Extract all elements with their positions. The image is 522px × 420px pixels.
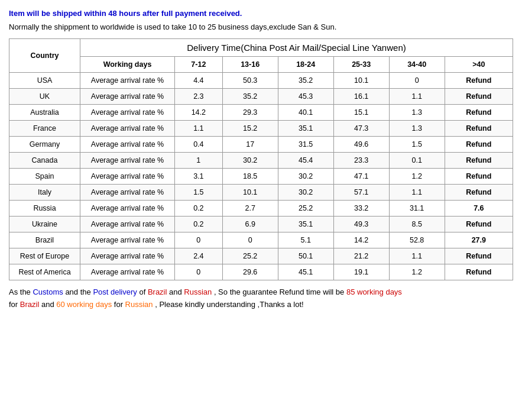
cell-value: 49.6 — [333, 137, 389, 153]
col-header-25-33: 25-33 — [333, 57, 389, 73]
footer-days60: 60 working days — [56, 300, 112, 309]
cell-value: 10.1 — [222, 185, 278, 201]
table-row: FranceAverage arrival rate %1.115.235.14… — [9, 121, 513, 137]
table-row: UKAverage arrival rate %2.335.245.316.11… — [9, 89, 513, 105]
footer-days85: 85 working days — [346, 287, 402, 296]
col-header-7-12: 7-12 — [175, 57, 223, 73]
cell-value: 0.4 — [175, 137, 223, 153]
cell-value: 15.1 — [333, 105, 389, 121]
cell-value: 1.1 — [389, 248, 445, 264]
cell-value: 47.3 — [333, 121, 389, 137]
cell-label: Average arrival rate % — [80, 201, 175, 217]
cell-country: Canada — [9, 153, 80, 169]
col-header-main: Delivery Time(China Post Air Mail/Specia… — [80, 39, 513, 57]
notice-line2: Normally the shippment to worldwide is u… — [9, 22, 513, 31]
col-header-34-40: 34-40 — [389, 57, 445, 73]
footer-part1: As the — [9, 287, 33, 296]
col-header-gt40: >40 — [445, 57, 513, 73]
cell-value: 17 — [222, 137, 278, 153]
cell-value: 45.1 — [278, 264, 333, 280]
cell-value: 18.5 — [222, 169, 278, 185]
table-row: ItalyAverage arrival rate %1.510.130.257… — [9, 185, 513, 201]
cell-value: Refund — [445, 89, 513, 105]
cell-value: 25.2 — [278, 201, 333, 217]
cell-label: Average arrival rate % — [80, 121, 175, 137]
cell-label: Average arrival rate % — [80, 185, 175, 201]
footer-part7: and — [39, 300, 56, 309]
cell-value: Refund — [445, 105, 513, 121]
footer-russian1: Russian — [184, 287, 212, 296]
footer-customs: Customs — [33, 287, 63, 296]
cell-country: Spain — [9, 169, 80, 185]
cell-value: 7.6 — [445, 201, 513, 217]
cell-value: 35.1 — [278, 121, 333, 137]
table-row: Rest of AmericaAverage arrival rate %029… — [9, 264, 513, 280]
cell-label: Average arrival rate % — [80, 248, 175, 264]
cell-value: Refund — [445, 153, 513, 169]
cell-value: 23.3 — [333, 153, 389, 169]
footer-brazil1: Brazil — [148, 287, 167, 296]
cell-value: 57.1 — [333, 185, 389, 201]
cell-value: 4.4 — [175, 73, 223, 89]
cell-value: 0.2 — [175, 201, 223, 217]
cell-value: 19.1 — [333, 264, 389, 280]
cell-value: 0 — [222, 232, 278, 248]
cell-value: 0.2 — [175, 217, 223, 232]
cell-value: 1.1 — [175, 121, 223, 137]
table-row: USAAverage arrival rate %4.450.335.210.1… — [9, 73, 513, 89]
table-row: GermanyAverage arrival rate %0.41731.549… — [9, 137, 513, 153]
cell-label: Average arrival rate % — [80, 217, 175, 232]
cell-value: 47.1 — [333, 169, 389, 185]
cell-value: 6.9 — [222, 217, 278, 232]
cell-value: 50.1 — [278, 248, 333, 264]
cell-value: 30.2 — [278, 185, 333, 201]
cell-value: 31.5 — [278, 137, 333, 153]
cell-label: Average arrival rate % — [80, 153, 175, 169]
cell-value: 25.2 — [222, 248, 278, 264]
footer-part3: of — [137, 287, 148, 296]
cell-country: Rest of America — [9, 264, 80, 280]
cell-value: 2.3 — [175, 89, 223, 105]
cell-value: 40.1 — [278, 105, 333, 121]
cell-value: 1.2 — [389, 169, 445, 185]
cell-value: 14.2 — [175, 105, 223, 121]
cell-value: 1.1 — [389, 89, 445, 105]
cell-value: Refund — [445, 185, 513, 201]
cell-value: 21.2 — [333, 248, 389, 264]
cell-value: Refund — [445, 264, 513, 280]
cell-value: 33.2 — [333, 201, 389, 217]
col-header-country: Country — [9, 39, 80, 73]
cell-value: 15.2 — [222, 121, 278, 137]
cell-value: 31.1 — [389, 201, 445, 217]
cell-value: Refund — [445, 73, 513, 89]
cell-value: 14.2 — [333, 232, 389, 248]
table-row: CanadaAverage arrival rate %130.245.423.… — [9, 153, 513, 169]
cell-value: 5.1 — [278, 232, 333, 248]
cell-value: Refund — [445, 248, 513, 264]
cell-country: Rest of Europe — [9, 248, 80, 264]
cell-label: Average arrival rate % — [80, 264, 175, 280]
table-row: SpainAverage arrival rate %3.118.530.247… — [9, 169, 513, 185]
cell-country: Russia — [9, 201, 80, 217]
cell-country: Brazil — [9, 232, 80, 248]
cell-value: 35.1 — [278, 217, 333, 232]
footer-part6: for — [9, 300, 20, 309]
footer-russian2: Russian — [125, 300, 153, 309]
table-row: Rest of EuropeAverage arrival rate %2.42… — [9, 248, 513, 264]
cell-value: Refund — [445, 137, 513, 153]
cell-country: Germany — [9, 137, 80, 153]
notice-line1: Item will be shipped within 48 hours aft… — [9, 9, 513, 18]
cell-value: Refund — [445, 169, 513, 185]
footer-brazil2: Brazil — [20, 300, 40, 309]
cell-value: 10.1 — [333, 73, 389, 89]
table-row: AustraliaAverage arrival rate %14.229.34… — [9, 105, 513, 121]
cell-label: Average arrival rate % — [80, 137, 175, 153]
cell-label: Average arrival rate % — [80, 232, 175, 248]
footer-post: Post delivery — [93, 287, 137, 296]
cell-label: Average arrival rate % — [80, 105, 175, 121]
cell-value: 0 — [175, 232, 223, 248]
cell-value: 3.1 — [175, 169, 223, 185]
cell-value: 2.7 — [222, 201, 278, 217]
col-header-13-16: 13-16 — [222, 57, 278, 73]
cell-value: 1.5 — [389, 137, 445, 153]
